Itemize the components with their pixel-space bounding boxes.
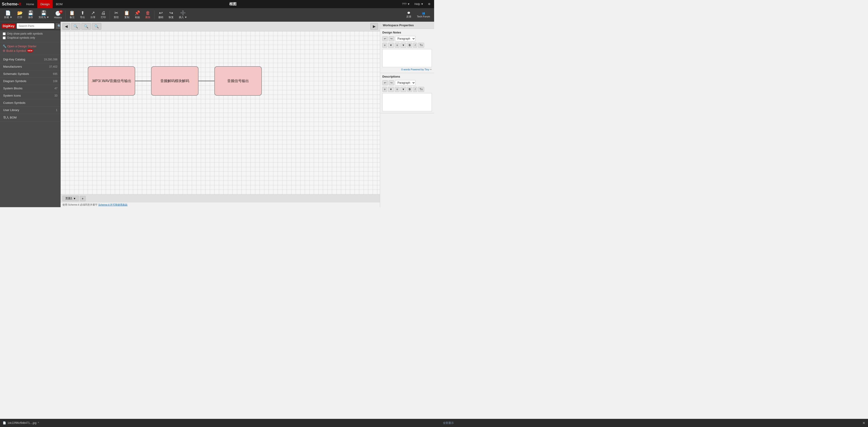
- italic-button-notes[interactable]: I: [413, 43, 417, 48]
- nav-home[interactable]: Home: [23, 0, 37, 8]
- paste-button[interactable]: 📌 粘贴: [132, 9, 143, 21]
- save-button[interactable]: 💾 保存: [26, 9, 36, 21]
- build-symbol-icon: ⚙: [3, 49, 5, 53]
- bullet-list-dropdown[interactable]: ▼: [388, 43, 394, 48]
- bullet-list-dropdown-desc[interactable]: ▼: [388, 87, 394, 92]
- collapse-right-button[interactable]: ▶: [370, 23, 378, 30]
- redo-icon: ↪: [169, 11, 173, 15]
- numbered-list-dropdown[interactable]: ▼: [400, 43, 406, 48]
- nav-settings-icon[interactable]: ⚙: [426, 2, 432, 6]
- save-as-button[interactable]: 💾 另存为 ▼: [36, 9, 51, 21]
- share-icon: ↗: [91, 11, 95, 15]
- checkbox-symbols[interactable]: Only show parts with symbols: [3, 32, 58, 35]
- canvas-wrapper[interactable]: .MP3/.WAV音频信号输出 音频解码模块解码 音频信号输出 页面1: [61, 31, 380, 202]
- zoom-out-button[interactable]: 🔍: [82, 23, 91, 30]
- sidebar-item-schematic-symbols[interactable]: Schematic Symbols 695: [0, 70, 61, 78]
- design-notes-content[interactable]: [382, 49, 432, 67]
- nav-design[interactable]: Design: [37, 0, 53, 8]
- sidebar-item-digikey-catalog[interactable]: Digi-Key Catalog 19,280,398: [0, 56, 61, 63]
- nav-help[interactable]: Help ▼: [413, 2, 425, 6]
- zoom-in-button[interactable]: 🔍: [71, 23, 81, 30]
- tech-forum-button[interactable]: 👥 Tech Forum: [415, 9, 432, 21]
- numbered-list-button-desc[interactable]: ≡: [395, 87, 400, 92]
- undo-desc-button[interactable]: ↩: [382, 80, 388, 85]
- backup-button[interactable]: 📋 备注: [67, 9, 77, 21]
- toolbar-sep-1: [65, 10, 66, 20]
- bullet-list-button[interactable]: ≡: [382, 43, 387, 48]
- print-button[interactable]: 🖨 打印: [98, 9, 108, 21]
- export-button[interactable]: ⬆ 导出: [78, 9, 88, 21]
- delete-button[interactable]: 🗑 删除: [143, 9, 153, 21]
- bold-button-desc[interactable]: B: [407, 87, 412, 92]
- checkbox-graphical[interactable]: Graphical symbols only: [3, 36, 58, 39]
- save-as-icon: 💾: [41, 11, 46, 15]
- history-button[interactable]: 49 🕐 History: [52, 9, 64, 21]
- page-tab-1[interactable]: 页面1 ▼: [62, 195, 79, 201]
- license-link[interactable]: Scheme-it 许可和使用条款: [98, 203, 128, 207]
- undo-notes-button[interactable]: ↩: [382, 36, 388, 41]
- insert-icon: ➕: [180, 11, 186, 15]
- new-button[interactable]: 📄 新建 ▼: [2, 9, 14, 21]
- bold-button-notes[interactable]: B: [407, 43, 412, 48]
- search-input[interactable]: [17, 23, 54, 29]
- sidebar-item-user-library[interactable]: User Library 1: [0, 106, 61, 114]
- checkbox-graphical-input[interactable]: [3, 36, 6, 39]
- design-notes-title: Design Notes: [382, 31, 432, 34]
- design-notes-toolbar: ↩ ↪ Paragraph: [382, 36, 432, 41]
- descriptions-format-toolbar: ≡ ▼ ≡ ▼ B I Tx: [382, 87, 432, 92]
- add-page-button[interactable]: +: [80, 196, 86, 201]
- nav-question[interactable]: ??? ▼: [400, 2, 412, 6]
- redo-button[interactable]: ↪ 恢复: [166, 9, 176, 21]
- search-button[interactable]: 🔍: [56, 23, 61, 29]
- workspace-properties-header: Workspace Properties: [380, 22, 434, 29]
- build-symbol-link[interactable]: ⚙ Build a Symbol NEW: [3, 49, 58, 53]
- clear-format-button-notes[interactable]: Tx: [418, 43, 424, 48]
- sidebar-checkboxes: Only show parts with symbols Graphical s…: [0, 30, 61, 41]
- open-button[interactable]: 📂 打开: [15, 9, 25, 21]
- digikey-logo: DigiKey: [2, 24, 16, 28]
- canvas-grid[interactable]: .MP3/.WAV音频信号输出 音频解码模块解码 音频信号输出 页面1: [61, 31, 380, 202]
- sidebar-item-import-bom[interactable]: 导入 BOM: [0, 114, 61, 122]
- numbered-list-dropdown-desc[interactable]: ▼: [400, 87, 406, 92]
- cut-button[interactable]: ✂ 剪切: [111, 9, 121, 21]
- logo: Scheme-it: [2, 2, 21, 6]
- nav-bom[interactable]: BOM: [53, 0, 66, 8]
- sidebar-item-system-blocks[interactable]: System Blocks 47: [0, 85, 61, 92]
- schematic-block-3[interactable]: 音频信号输出: [214, 66, 262, 96]
- collapse-left-button[interactable]: ◀: [62, 23, 70, 30]
- backup-icon: 📋: [69, 11, 75, 15]
- new-icon: 📄: [5, 11, 11, 15]
- numbered-list-button[interactable]: ≡: [395, 43, 400, 48]
- clear-format-button-desc[interactable]: Tx: [418, 87, 424, 92]
- paragraph-select-desc[interactable]: Paragraph: [395, 80, 415, 86]
- sidebar-item-diagram-symbols[interactable]: Diagram Symbols 108: [0, 78, 61, 85]
- checkbox-symbols-input[interactable]: [3, 32, 6, 35]
- zoom-reset-button[interactable]: 🔍: [92, 23, 101, 30]
- undo-button[interactable]: ↩ 撤销: [156, 9, 166, 21]
- sidebar-item-system-icons[interactable]: System Icons 33: [0, 92, 61, 99]
- italic-button-desc[interactable]: I: [413, 87, 417, 92]
- page-tabs-bar: 页面1 ▼ +: [61, 194, 380, 202]
- bullet-list-button-desc[interactable]: ≡: [382, 87, 387, 92]
- sidebar-item-manufacturers[interactable]: Manufacturers 37,402: [0, 63, 61, 70]
- descriptions-content[interactable]: [382, 93, 432, 111]
- sidebar-item-custom-symbols[interactable]: Custom Symbols: [0, 99, 61, 106]
- undo-icon: ↩: [159, 11, 163, 15]
- schematic-block-1[interactable]: .MP3/.WAV音频信号输出: [88, 66, 135, 96]
- redo-notes-button[interactable]: ↪: [389, 36, 394, 41]
- redo-desc-button[interactable]: ↪: [389, 80, 394, 85]
- delete-icon: 🗑: [146, 11, 150, 15]
- canvas-footer: 使用 Scheme-it 必须同意并遵守 Scheme-it 许可和使用条款: [61, 202, 380, 207]
- save-icon: 💾: [28, 11, 33, 15]
- paragraph-select-notes[interactable]: Paragraph: [395, 36, 415, 41]
- nav-right: ??? ▼ Help ▼ ⚙: [400, 2, 432, 6]
- share-button[interactable]: ↗ 分享: [88, 9, 98, 21]
- schematic-block-2[interactable]: 音频解码模块解码: [151, 66, 198, 96]
- feedback-button[interactable]: 💬 反馈: [404, 9, 414, 21]
- insert-button[interactable]: ➕ 插入 ▼: [177, 9, 189, 21]
- open-design-starter-link[interactable]: 🔧 Open a Design Starter: [3, 44, 58, 48]
- main-layout: DigiKey 🔍 Only show parts with symbols G…: [0, 22, 434, 207]
- copy-button[interactable]: 📋 复制: [122, 9, 132, 21]
- sidebar-divider-2: [0, 55, 61, 55]
- search-bar: DigiKey 🔍: [0, 22, 61, 30]
